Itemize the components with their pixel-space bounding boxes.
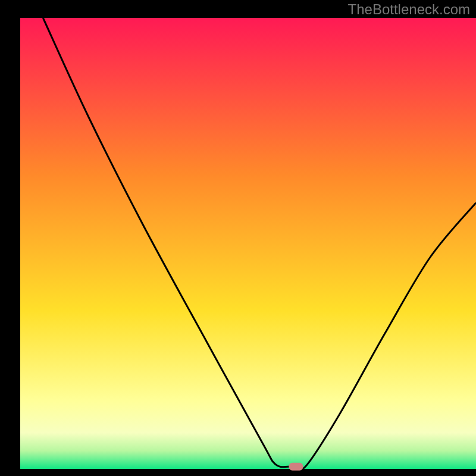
plot-background (20, 18, 476, 469)
chart-container: TheBottleneck.com (0, 0, 476, 476)
bottleneck-chart (0, 0, 476, 476)
optimal-marker (289, 463, 303, 471)
attribution-text: TheBottleneck.com (348, 1, 470, 18)
